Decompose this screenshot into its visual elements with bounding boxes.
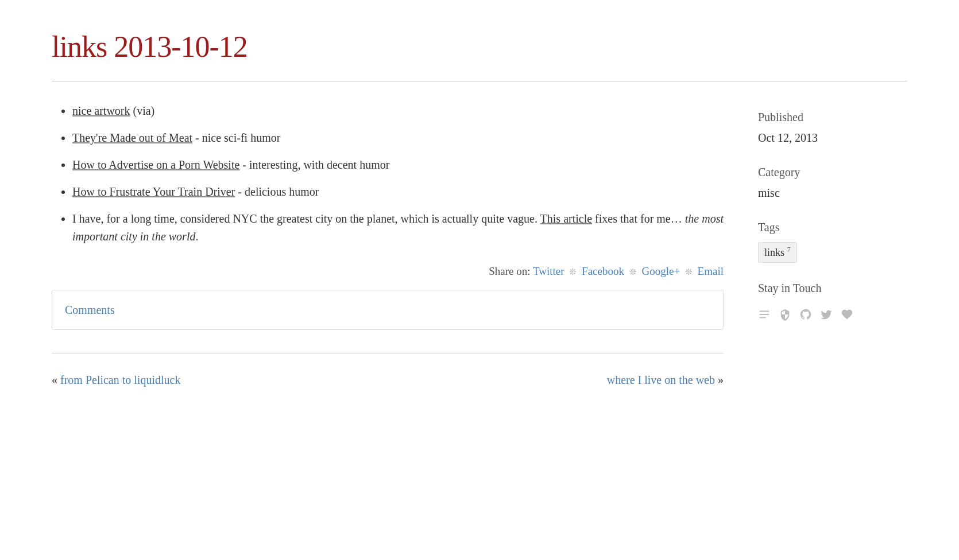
page-wrapper: links 2013-10-12 nice artwork (via) They… [0, 0, 959, 423]
next-nav: where I live on the web » [607, 371, 724, 389]
heart-icon[interactable] [841, 303, 853, 323]
category-label: Category [758, 163, 907, 181]
tag-badge[interactable]: links 7 [758, 242, 797, 263]
item-rest: - nice sci-fi humor [192, 131, 280, 144]
feed-icon[interactable] [758, 303, 771, 323]
prev-link[interactable]: from Pelican to liquidluck [60, 374, 180, 386]
title-divider [52, 81, 907, 81]
tag-name: links [764, 247, 784, 258]
published-date: Oct 12, 2013 [758, 129, 907, 147]
next-link[interactable]: where I live on the web [607, 374, 715, 386]
sidebar-stay-in-touch-section: Stay in Touch [758, 279, 907, 323]
list-item: How to Advertise on a Porn Website - int… [72, 156, 724, 174]
category-value: misc [758, 184, 907, 202]
list-item-long: I have, for a long time, considered NYC … [72, 210, 724, 246]
share-sep-3: ❊ [685, 267, 693, 277]
twitter-icon[interactable] [820, 303, 833, 323]
list-item: They're Made out of Meat - nice sci-fi h… [72, 129, 724, 147]
share-email-link[interactable]: Email [698, 265, 724, 277]
stay-in-touch-label: Stay in Touch [758, 279, 907, 297]
long-item-suffix: fixes that for me… [592, 212, 685, 225]
sidebar: Published Oct 12, 2013 Category misc Tag… [758, 102, 907, 339]
share-twitter-link[interactable]: Twitter [533, 265, 564, 277]
porn-website-link[interactable]: How to Advertise on a Porn Website [72, 158, 239, 171]
long-item-prefix: I have, for a long time, considered NYC … [72, 212, 540, 225]
item-rest: - interesting, with decent humor [239, 158, 389, 171]
post-list: nice artwork (via) They're Made out of M… [52, 102, 724, 246]
nice-artwork-link[interactable]: nice artwork [72, 104, 130, 117]
sidebar-category-section: Category misc [758, 163, 907, 202]
sidebar-tags-section: Tags links 7 [758, 218, 907, 263]
share-googleplus-link[interactable]: Google+ [641, 265, 680, 277]
comments-box: Comments [52, 290, 724, 330]
share-bar: Share on: Twitter ❊ Facebook ❊ Google+ ❊… [52, 263, 724, 280]
share-sep-1: ❊ [569, 267, 577, 277]
comments-link[interactable]: Comments [65, 304, 115, 316]
social-icons [758, 303, 907, 323]
main-layout: nice artwork (via) They're Made out of M… [52, 102, 907, 388]
page-title: links 2013-10-12 [52, 23, 907, 71]
content-area: nice artwork (via) They're Made out of M… [52, 102, 724, 388]
share-sep-2: ❊ [629, 267, 637, 277]
shield-icon[interactable] [779, 303, 791, 323]
github-icon[interactable] [799, 303, 812, 323]
item-rest: - delicious humor [235, 185, 319, 198]
sidebar-published-section: Published Oct 12, 2013 [758, 108, 907, 147]
meat-link[interactable]: They're Made out of Meat [72, 131, 192, 144]
train-driver-link[interactable]: How to Frustrate Your Train Driver [72, 185, 235, 198]
pagination-nav: « from Pelican to liquidluck where I liv… [52, 371, 724, 389]
next-chevron: » [718, 374, 724, 386]
share-facebook-link[interactable]: Facebook [582, 265, 624, 277]
bottom-divider [52, 353, 724, 353]
published-label: Published [758, 108, 907, 126]
long-item-period: . [195, 230, 198, 243]
prev-chevron: « [52, 374, 57, 386]
this-article-link[interactable]: This article [540, 212, 593, 225]
item-suffix: (via) [130, 104, 155, 117]
prev-nav: « from Pelican to liquidluck [52, 371, 180, 389]
list-item: nice artwork (via) [72, 102, 724, 120]
list-item: How to Frustrate Your Train Driver - del… [72, 183, 724, 201]
tags-label: Tags [758, 218, 907, 236]
share-label: Share on: [489, 265, 530, 277]
tag-count: 7 [787, 245, 791, 254]
